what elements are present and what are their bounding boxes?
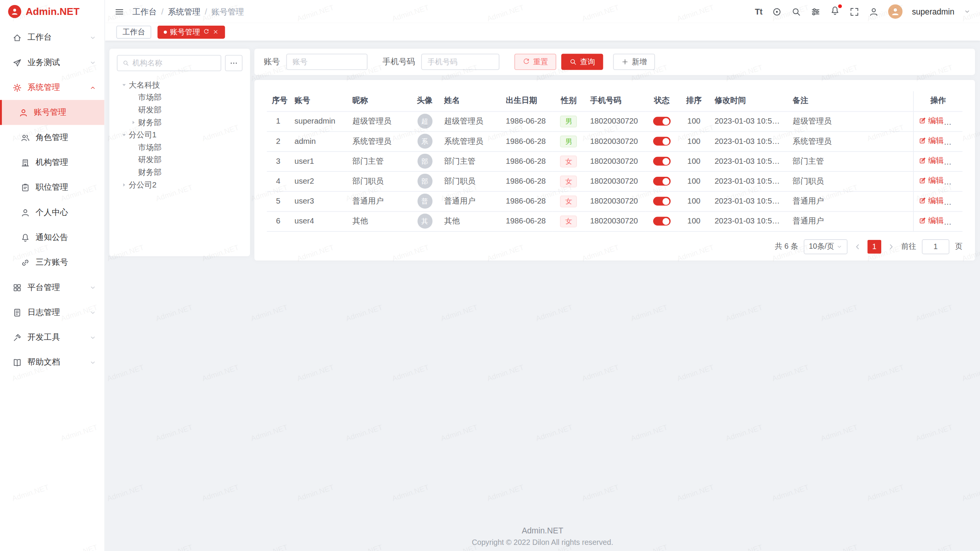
tree-node[interactable]: 研发部: [117, 104, 242, 116]
gender-badge: 男: [560, 135, 577, 147]
caret-right-icon[interactable]: [129, 119, 138, 126]
user-menu-chevron-icon[interactable]: [964, 8, 971, 15]
status-toggle[interactable]: [653, 177, 671, 186]
chevron-down-icon: [89, 309, 96, 316]
sidebar-item-notice[interactable]: 通知公告: [0, 225, 105, 250]
cell-avatar: 部: [410, 151, 439, 171]
language-icon[interactable]: [772, 7, 782, 16]
caret-down-icon[interactable]: [119, 131, 129, 139]
breadcrumb-item[interactable]: 系统管理: [168, 6, 201, 17]
cell-phone: 18020030720: [585, 211, 645, 231]
phone-input[interactable]: [421, 54, 499, 70]
current-page[interactable]: 1: [867, 240, 881, 253]
cell-birth: 1986-06-28: [501, 131, 552, 151]
sidebar-item-org-manage[interactable]: 机构管理: [0, 150, 105, 175]
edit-button[interactable]: 编辑: [919, 176, 944, 186]
tab-close-icon[interactable]: [212, 29, 219, 35]
page-footer: Admin.NET Copyright © 2022 Dilon All rig…: [105, 526, 980, 547]
tree-node[interactable]: 大名科技: [117, 79, 242, 91]
tree-node[interactable]: 市场部: [117, 141, 242, 154]
tree-node[interactable]: 分公司2: [117, 179, 242, 191]
tree-more-button[interactable]: [225, 55, 243, 71]
account-input[interactable]: [286, 54, 368, 70]
tree-node[interactable]: 财务部: [117, 166, 242, 179]
cell-name: 部门职员: [439, 171, 501, 191]
edit-button[interactable]: 编辑: [919, 116, 944, 126]
gender-badge: 男: [560, 115, 577, 127]
caret-down-icon[interactable]: [119, 81, 129, 89]
column-header: 昵称: [347, 91, 410, 111]
link-icon: [21, 258, 30, 267]
notification-button[interactable]: [830, 5, 840, 18]
more-actions-button[interactable]: [951, 138, 960, 147]
tree-node-label: 分公司2: [129, 179, 157, 190]
more-actions-button[interactable]: [951, 198, 960, 207]
more-actions-button[interactable]: [951, 218, 960, 227]
search-icon[interactable]: [791, 7, 801, 16]
edit-button[interactable]: 编辑: [919, 215, 944, 226]
app-logo[interactable]: Admin.NET: [0, 0, 105, 23]
status-toggle[interactable]: [653, 157, 671, 166]
caret-right-icon[interactable]: [119, 181, 129, 189]
more-actions-button[interactable]: [951, 118, 960, 127]
breadcrumb-item[interactable]: 工作台: [132, 6, 157, 17]
edit-button[interactable]: 编辑: [919, 155, 944, 166]
tab-工作台[interactable]: 工作台: [116, 25, 151, 38]
reset-button[interactable]: 重置: [514, 54, 556, 70]
sidebar-item-role-manage[interactable]: 角色管理: [0, 125, 105, 150]
sidebar-item-log-manage[interactable]: 日志管理: [0, 300, 105, 325]
tab-active-dot: [164, 30, 167, 33]
tree-node[interactable]: 分公司1: [117, 129, 242, 141]
tree-node[interactable]: 财务部: [117, 116, 242, 129]
sidebar-item-third-account[interactable]: 三方账号: [0, 250, 105, 275]
sidebar-item-help-docs[interactable]: 帮助文档: [0, 350, 105, 375]
org-search-input[interactable]: [132, 59, 216, 67]
cell-remark: 普通用户: [787, 211, 913, 231]
more-actions-button[interactable]: [951, 178, 960, 187]
cell-operations: 编辑: [913, 191, 962, 211]
next-page-button[interactable]: [887, 242, 896, 251]
search-icon: [569, 58, 577, 66]
tab-bar: 工作台账号管理: [105, 23, 980, 41]
username[interactable]: superadmin: [912, 7, 954, 16]
cell-phone: 18020030720: [585, 111, 645, 131]
sidebar-item-label: 平台管理: [28, 282, 90, 293]
breadcrumb-separator: /: [161, 7, 163, 16]
font-size-icon[interactable]: Tt: [755, 7, 763, 16]
column-header: 序号: [267, 91, 289, 111]
sidebar-item-dev-tools[interactable]: 开发工具: [0, 325, 105, 350]
page-size-select[interactable]: 10条/页: [804, 239, 848, 254]
cell-account: admin: [289, 131, 347, 151]
sidebar-item-label: 系统管理: [28, 82, 90, 93]
sidebar-item-platform-manage[interactable]: 平台管理: [0, 275, 105, 300]
status-toggle[interactable]: [653, 117, 671, 126]
more-icon: [229, 59, 238, 67]
sidebar-item-account-manage[interactable]: 账号管理: [0, 100, 105, 125]
status-toggle[interactable]: [653, 217, 671, 226]
status-toggle[interactable]: [653, 197, 671, 206]
sidebar-item-position-manage[interactable]: 职位管理: [0, 175, 105, 200]
prev-page-button[interactable]: [853, 242, 862, 251]
column-header: 姓名: [439, 91, 501, 111]
lock-user-icon[interactable]: [869, 7, 879, 16]
add-button[interactable]: 新增: [613, 54, 655, 70]
tree-node-label: 市场部: [138, 142, 162, 153]
sidebar-item-system-manage[interactable]: 系统管理: [0, 75, 105, 100]
tab-refresh-icon[interactable]: [203, 29, 209, 35]
user-avatar[interactable]: [888, 4, 903, 19]
sidebar-item-personal-center[interactable]: 个人中心: [0, 200, 105, 225]
sidebar-item-workbench[interactable]: 工作台: [0, 25, 105, 50]
more-actions-button[interactable]: [951, 158, 960, 167]
tree-node[interactable]: 研发部: [117, 154, 242, 166]
layout-config-icon[interactable]: [811, 7, 821, 16]
collapse-menu-button[interactable]: [114, 7, 124, 16]
fullscreen-icon[interactable]: [849, 7, 859, 16]
tree-node[interactable]: 市场部: [117, 91, 242, 104]
tab-账号管理[interactable]: 账号管理: [157, 25, 225, 38]
sidebar-item-business-test[interactable]: 业务测试: [0, 50, 105, 75]
status-toggle[interactable]: [653, 137, 671, 146]
goto-page-input[interactable]: [922, 239, 949, 254]
edit-button[interactable]: 编辑: [919, 135, 944, 146]
edit-button[interactable]: 编辑: [919, 196, 944, 206]
search-button[interactable]: 查询: [561, 54, 603, 70]
